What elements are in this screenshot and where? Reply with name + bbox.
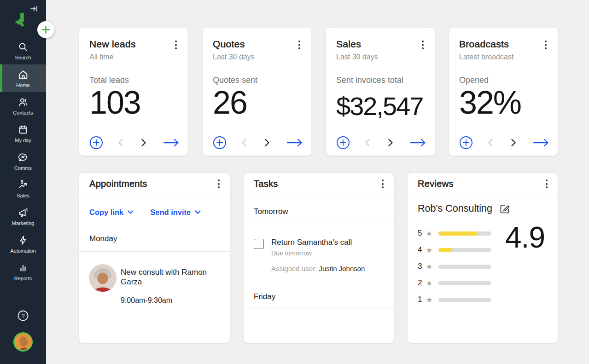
add-icon[interactable] <box>89 136 103 150</box>
chevron-left-icon[interactable] <box>488 139 493 147</box>
sidebar-item-sales[interactable]: $ Sales <box>0 175 46 202</box>
card-title: Appointments <box>89 179 147 189</box>
star-icon: ★ <box>424 295 434 304</box>
task-checkbox[interactable] <box>254 239 264 249</box>
copy-link-dropdown[interactable]: Copy link <box>89 208 134 217</box>
card-title: Quotes <box>213 39 255 50</box>
go-to-report-arrow-icon[interactable] <box>533 138 549 147</box>
sidebar-item-contacts[interactable]: Contacts <box>0 92 46 120</box>
card-title: Reviews <box>418 179 454 189</box>
metric-label: Total leads <box>89 75 180 85</box>
sidebar-item-marketing[interactable]: Marketing <box>0 202 46 230</box>
assigned-label: Assigned user: <box>271 265 319 272</box>
sidebar-item-label: Contacts <box>13 110 33 116</box>
megaphone-icon <box>17 207 29 219</box>
sidebar-item-search[interactable]: Search <box>0 37 46 64</box>
svg-text:$: $ <box>21 179 23 185</box>
home-icon <box>17 69 29 81</box>
chevron-down-icon <box>195 210 201 214</box>
sidebar-item-automation[interactable]: Automation <box>0 230 46 258</box>
sidebar-item-home[interactable]: Home <box>0 64 46 92</box>
help-button[interactable]: ? <box>0 309 46 322</box>
reviews-card: Reviews Rob's Consulting 5 ★ 4 ★ 3 <box>407 173 558 343</box>
sidebar-item-label: Reports <box>14 276 32 281</box>
sidebar-item-label: Sales <box>17 193 29 198</box>
add-icon[interactable] <box>336 136 350 150</box>
chevron-left-icon[interactable] <box>118 139 123 147</box>
card-title: Tasks <box>254 179 278 189</box>
appointment-title: New consult with Ramon Garza <box>121 267 213 287</box>
star-icon: ★ <box>424 262 434 271</box>
add-button[interactable] <box>37 21 54 38</box>
go-to-report-arrow-icon[interactable] <box>163 138 180 147</box>
card-subtitle: Latest broadcast <box>459 53 513 61</box>
assignee-name: Justin Johnson <box>319 265 365 272</box>
card-title: New leads <box>89 39 136 50</box>
add-icon[interactable] <box>459 136 473 150</box>
appointment-item[interactable]: New consult with Ramon Garza 9:00am-9:30… <box>79 252 230 305</box>
business-name: Rob's Consulting <box>418 203 492 214</box>
card-subtitle: Last 30 days <box>213 53 255 61</box>
sidebar-item-comms[interactable]: Comms <box>0 147 46 175</box>
sales-card: Sales Last 30 days Sent invoices total $… <box>326 27 435 156</box>
chevron-left-icon[interactable] <box>365 139 370 147</box>
sidebar-item-label: Marketing <box>12 220 34 226</box>
go-to-report-arrow-icon[interactable] <box>286 138 303 147</box>
rating-bar <box>438 281 491 285</box>
metric-value: 32% <box>459 89 521 117</box>
appointments-day-label: Monday <box>79 217 230 252</box>
sidebar-item-reports[interactable]: Reports <box>0 258 46 285</box>
edit-icon[interactable] <box>500 203 510 214</box>
rating-row: 2 ★ <box>418 275 505 291</box>
kebab-menu-icon[interactable] <box>379 178 386 190</box>
kebab-menu-icon[interactable] <box>296 39 303 51</box>
task-item: Return Samantha's call Due tomorrow Assi… <box>244 224 394 287</box>
kebab-menu-icon[interactable] <box>419 39 426 51</box>
rating-bar <box>438 231 491 236</box>
metric-value: $32,547 <box>336 95 423 117</box>
rating-bar <box>438 248 491 252</box>
sidebar-item-label: Home <box>16 82 29 88</box>
metric-value: 103 <box>89 89 140 117</box>
chevron-right-icon[interactable] <box>388 139 393 147</box>
lightning-icon <box>17 234 29 246</box>
tasks-card: Tasks Tomorrow Return Samantha's call Du… <box>243 173 394 343</box>
keap-logo[interactable] <box>15 13 24 29</box>
chat-icon <box>17 151 29 163</box>
card-title: Sales <box>336 39 378 50</box>
rating-bar <box>438 298 491 302</box>
quotes-card: Quotes Last 30 days Quotes sent 26 <box>202 27 312 156</box>
go-to-report-arrow-icon[interactable] <box>410 138 426 147</box>
user-avatar[interactable] <box>13 332 33 352</box>
average-rating: 4.9 <box>505 220 545 308</box>
contact-avatar <box>89 264 117 292</box>
chevron-right-icon[interactable] <box>264 139 270 147</box>
star-count: 2 <box>418 278 424 288</box>
sidebar-item-my-day[interactable]: My day <box>0 120 46 147</box>
star-icon: ★ <box>424 279 434 288</box>
appointment-time: 9:00am-9:30am <box>121 296 213 305</box>
tasks-day-label: Tomorrow <box>244 195 394 224</box>
chevron-right-icon[interactable] <box>141 139 146 147</box>
contacts-icon <box>17 96 29 108</box>
metric-label: Sent invoices total <box>336 75 426 85</box>
add-icon[interactable] <box>213 136 227 150</box>
star-icon: ★ <box>424 246 434 254</box>
tasks-day-label: Friday <box>244 287 394 307</box>
send-invite-dropdown[interactable]: Send invite <box>150 208 201 217</box>
task-title: Return Samantha's call <box>271 238 365 247</box>
rating-row: 1 ★ <box>418 291 505 308</box>
collapse-sidebar-icon[interactable] <box>30 6 38 14</box>
chevron-right-icon[interactable] <box>511 139 516 147</box>
card-subtitle: All time <box>89 53 136 61</box>
task-due: Due tomorrow <box>271 249 365 257</box>
star-count: 1 <box>418 295 424 304</box>
card-subtitle: Last 30 days <box>336 53 378 61</box>
rating-row: 3 ★ <box>418 258 505 275</box>
svg-text:?: ? <box>21 312 24 319</box>
kebab-menu-icon[interactable] <box>172 39 180 51</box>
kebab-menu-icon[interactable] <box>542 39 549 51</box>
kebab-menu-icon[interactable] <box>543 178 550 190</box>
kebab-menu-icon[interactable] <box>215 178 222 190</box>
chevron-left-icon[interactable] <box>241 139 247 147</box>
